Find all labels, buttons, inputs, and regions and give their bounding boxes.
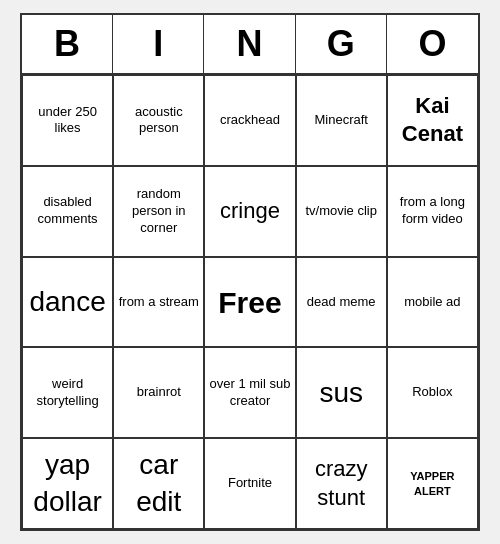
cell-1[interactable]: acoustic person (113, 75, 204, 166)
cell-17[interactable]: over 1 mil sub creator (204, 347, 295, 438)
cell-24[interactable]: YAPPER ALERT (387, 438, 478, 529)
header-b: B (22, 15, 113, 73)
cell-16[interactable]: brainrot (113, 347, 204, 438)
cell-11[interactable]: from a stream (113, 257, 204, 348)
header-o: O (387, 15, 478, 73)
bingo-header: B I N G O (22, 15, 478, 75)
bingo-grid: under 250 likes acoustic person crackhea… (22, 75, 478, 529)
cell-8[interactable]: tv/movie clip (296, 166, 387, 257)
cell-6[interactable]: random person in corner (113, 166, 204, 257)
cell-12[interactable]: Free (204, 257, 295, 348)
cell-2[interactable]: crackhead (204, 75, 295, 166)
header-n: N (204, 15, 295, 73)
header-i: I (113, 15, 204, 73)
cell-5[interactable]: disabled comments (22, 166, 113, 257)
cell-7[interactable]: cringe (204, 166, 295, 257)
cell-20[interactable]: yap dollar (22, 438, 113, 529)
header-g: G (296, 15, 387, 73)
cell-14[interactable]: mobile ad (387, 257, 478, 348)
cell-13[interactable]: dead meme (296, 257, 387, 348)
cell-3[interactable]: Minecraft (296, 75, 387, 166)
cell-15[interactable]: weird storytelling (22, 347, 113, 438)
cell-10[interactable]: dance (22, 257, 113, 348)
cell-19[interactable]: Roblox (387, 347, 478, 438)
cell-4[interactable]: Kai Cenat (387, 75, 478, 166)
cell-23[interactable]: crazy stunt (296, 438, 387, 529)
cell-22[interactable]: Fortnite (204, 438, 295, 529)
cell-21[interactable]: car edit (113, 438, 204, 529)
bingo-card: B I N G O under 250 likes acoustic perso… (20, 13, 480, 531)
cell-18[interactable]: sus (296, 347, 387, 438)
cell-9[interactable]: from a long form video (387, 166, 478, 257)
cell-0[interactable]: under 250 likes (22, 75, 113, 166)
